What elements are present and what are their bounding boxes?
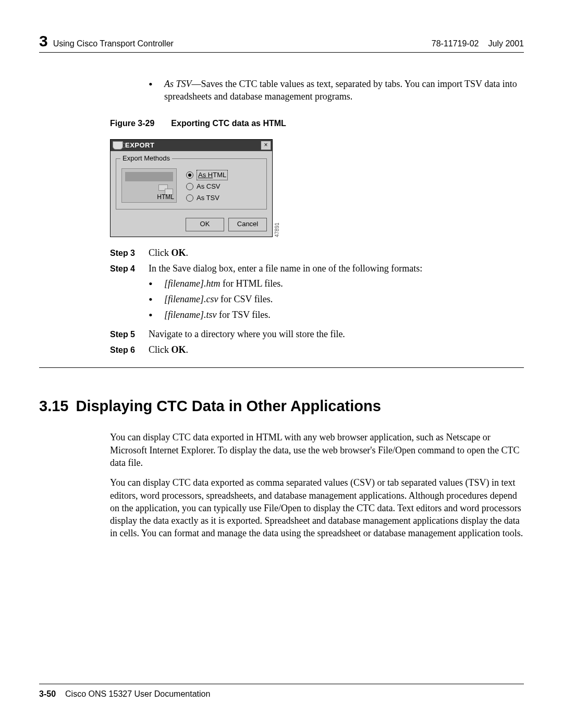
figure-export-dialog: EXPORT × Export Methods HTML	[110, 139, 524, 237]
radio-as-csv[interactable]: As CSV	[186, 181, 228, 192]
dialog-titlebar: EXPORT ×	[111, 140, 272, 151]
page-number: 3-50	[39, 689, 56, 698]
java-cup-icon	[113, 141, 123, 150]
paragraph: You can display CTC data exported in HTM…	[110, 431, 524, 469]
figure-id: 47891	[274, 218, 281, 237]
procedure-steps: Step 3 Click OK. Step 4 In the Save dial…	[110, 246, 524, 356]
radio-group: As HTML As CSV As TSV	[186, 168, 228, 204]
preview-label: HTML	[157, 193, 174, 201]
dialog-title: EXPORT	[125, 141, 154, 150]
section-title-text: Displaying CTC Data in Other Application…	[76, 398, 381, 414]
step-text: Navigate to a directory where you will s…	[149, 328, 524, 340]
document-date: July 2001	[488, 39, 524, 48]
export-dialog: EXPORT × Export Methods HTML	[110, 139, 273, 237]
step-label: Step 3	[110, 246, 149, 259]
step-text: Click OK.	[149, 343, 524, 356]
document-number: 78-11719-02	[432, 39, 479, 48]
section-heading: 3.15Displaying CTC Data in Other Applica…	[39, 396, 524, 416]
radio-label: As TSV	[197, 193, 219, 203]
section-number: 3.15	[39, 398, 68, 414]
section-divider	[39, 367, 524, 368]
list-item: [filename].htm for HTML files.	[149, 277, 524, 290]
filename-formats-list: [filename].htm for HTML files. [filename…	[149, 277, 524, 322]
paragraph: You can display CTC data exported as com…	[110, 476, 524, 539]
step-6: Step 6 Click OK.	[110, 343, 524, 356]
figure-caption: Figure 3-29Exporting CTC data as HTML	[110, 118, 524, 129]
page-footer: 3-50Cisco ONS 15327 User Documentation	[39, 684, 524, 699]
step-5: Step 5 Navigate to a directory where you…	[110, 328, 524, 340]
step-label: Step 5	[110, 328, 149, 340]
dialog-button-row: OK Cancel	[111, 214, 272, 237]
list-item: [filename].tsv for TSV files.	[149, 309, 524, 321]
ok-button[interactable]: OK	[186, 218, 224, 231]
radio-label: As HTML	[197, 170, 228, 180]
export-methods-fieldset: Export Methods HTML As HTML	[116, 158, 267, 209]
step-text: Click OK.	[149, 246, 524, 259]
intro-bullet-list: As TSV—Saves the CTC table values as tex…	[149, 78, 524, 103]
footer-doc-title: Cisco ONS 15327 User Documentation	[65, 689, 210, 698]
cancel-button[interactable]: Cancel	[228, 218, 267, 231]
chapter-number: 3	[39, 32, 48, 50]
radio-as-tsv[interactable]: As TSV	[186, 192, 228, 204]
figure-label: Figure 3-29	[110, 119, 154, 128]
step-label: Step 6	[110, 343, 149, 356]
radio-icon	[186, 183, 193, 190]
step-text: In the Save dialog box, enter a file nam…	[149, 262, 524, 324]
step-4: Step 4 In the Save dialog box, enter a f…	[110, 262, 524, 324]
document-page: 3 Using Cisco Transport Controller 78-11…	[0, 0, 563, 728]
dialog-body: Export Methods HTML As HTML	[111, 151, 272, 214]
step-label: Step 4	[110, 262, 149, 324]
bullet-text: —Saves the CTC table values as text, sep…	[164, 79, 517, 102]
list-item: [filename].csv for CSV files.	[149, 293, 524, 305]
figure-title: Exporting CTC data as HTML	[171, 119, 286, 128]
radio-label: As CSV	[197, 182, 221, 191]
page-body: As TSV—Saves the CTC table values as tex…	[39, 78, 524, 540]
step-3: Step 3 Click OK.	[110, 246, 524, 259]
bullet-term: As TSV	[164, 79, 192, 89]
preview-thumbnail: HTML	[121, 168, 177, 203]
chapter-title: Using Cisco Transport Controller	[53, 39, 432, 48]
radio-as-html[interactable]: As HTML	[186, 169, 228, 181]
fieldset-legend: Export Methods	[120, 154, 172, 163]
radio-icon	[186, 171, 193, 179]
bullet-as-tsv: As TSV—Saves the CTC table values as tex…	[149, 78, 524, 103]
radio-icon	[186, 194, 193, 202]
page-header: 3 Using Cisco Transport Controller 78-11…	[39, 32, 524, 53]
close-button[interactable]: ×	[261, 141, 271, 150]
